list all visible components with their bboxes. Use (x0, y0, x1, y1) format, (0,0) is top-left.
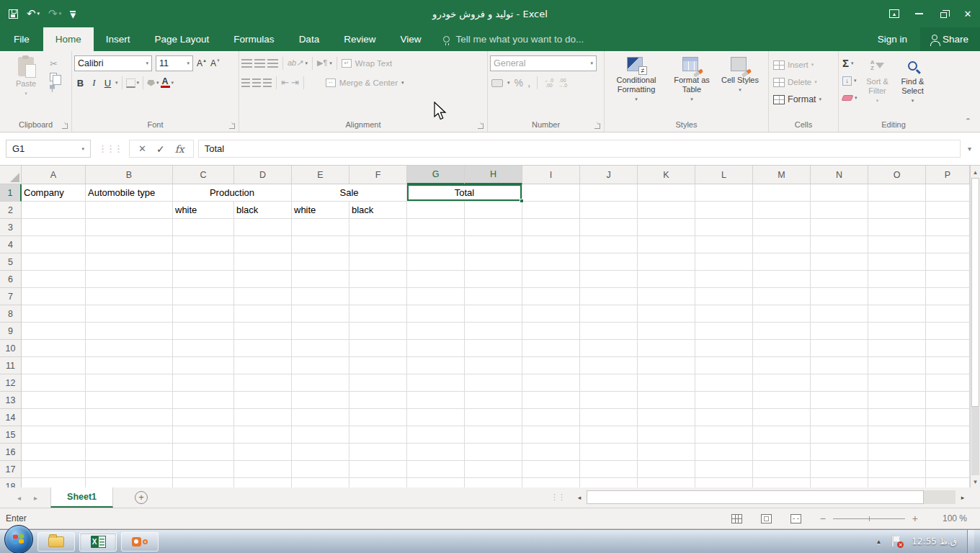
cell-H6[interactable] (465, 271, 522, 288)
tell-me-box[interactable]: Tell me what you want to do... (443, 27, 584, 51)
customize-qat-icon[interactable]: ▾ (70, 11, 76, 17)
cell-I1[interactable] (522, 184, 580, 202)
cell-O8[interactable] (868, 305, 926, 323)
cell-C15[interactable] (173, 426, 234, 444)
row-header-5[interactable]: 5 (0, 253, 22, 271)
cell-H12[interactable] (465, 374, 522, 392)
taskbar-recorder-button[interactable] (121, 532, 159, 552)
cell-C6[interactable] (173, 271, 234, 288)
cell-I14[interactable] (522, 409, 580, 426)
cell-N6[interactable] (811, 271, 868, 288)
cell-G3[interactable] (407, 219, 465, 236)
horizontal-scroll-thumb[interactable] (587, 490, 924, 504)
cell-I16[interactable] (522, 444, 580, 461)
row-header-18[interactable]: 18 (0, 478, 22, 487)
cell-G13[interactable] (407, 392, 465, 409)
cell-P13[interactable] (926, 392, 970, 409)
alignment-dialog-launcher[interactable] (478, 123, 484, 129)
cell-I6[interactable] (522, 271, 580, 288)
cancel-entry-icon[interactable]: ✕ (138, 143, 146, 154)
cell-C9[interactable] (173, 323, 234, 340)
column-header-L[interactable]: L (695, 166, 753, 184)
vertical-scroll-thumb[interactable] (971, 178, 979, 407)
tab-splitter-handle[interactable]: ⋮⋮ (551, 493, 565, 502)
cell-N14[interactable] (811, 409, 868, 426)
column-header-F[interactable]: F (349, 166, 407, 184)
cell-E17[interactable] (292, 461, 349, 478)
cell-L10[interactable] (695, 340, 753, 357)
cell-B9[interactable] (86, 323, 173, 340)
cell-K5[interactable] (638, 253, 695, 271)
cell-G9[interactable] (407, 323, 465, 340)
collapse-ribbon-icon[interactable]: ⌃ (965, 117, 971, 126)
cell-D8[interactable] (234, 305, 292, 323)
cell-E16[interactable] (292, 444, 349, 461)
cell-E14[interactable] (292, 409, 349, 426)
restore-icon[interactable] (931, 3, 956, 24)
cell-O15[interactable] (868, 426, 926, 444)
cell-F15[interactable] (349, 426, 407, 444)
cell-D6[interactable] (234, 271, 292, 288)
cell-N16[interactable] (811, 444, 868, 461)
cell-A1[interactable]: Company (22, 184, 86, 202)
cell-H5[interactable] (465, 253, 522, 271)
column-header-M[interactable]: M (753, 166, 811, 184)
cell-K10[interactable] (638, 340, 695, 357)
column-header-E[interactable]: E (292, 166, 349, 184)
cell-P1[interactable] (926, 184, 970, 202)
cell-O6[interactable] (868, 271, 926, 288)
cell-M9[interactable] (753, 323, 811, 340)
cell-D12[interactable] (234, 374, 292, 392)
cell-F7[interactable] (349, 288, 407, 305)
conditional-formatting-button[interactable]: ≠ Conditional Formatting ▾ (607, 53, 666, 120)
cell-O18[interactable] (868, 478, 926, 487)
cell-C7[interactable] (173, 288, 234, 305)
cell-F3[interactable] (349, 219, 407, 236)
cell-I5[interactable] (522, 253, 580, 271)
cell-O11[interactable] (868, 357, 926, 374)
cell-G16[interactable] (407, 444, 465, 461)
row-header-13[interactable]: 13 (0, 392, 22, 409)
cell-A6[interactable] (22, 271, 86, 288)
font-color-icon[interactable]: A (161, 78, 170, 89)
row-header-7[interactable]: 7 (0, 288, 22, 305)
cell-M16[interactable] (753, 444, 811, 461)
cell-M13[interactable] (753, 392, 811, 409)
cell-C18[interactable] (173, 478, 234, 487)
cell-A2[interactable] (22, 202, 86, 219)
cell-J6[interactable] (580, 271, 638, 288)
action-center-flag-icon[interactable]: ✕ (891, 536, 901, 547)
formula-input[interactable]: Total (198, 140, 961, 158)
row-header-4[interactable]: 4 (0, 236, 22, 253)
cell-K15[interactable] (638, 426, 695, 444)
cell-P7[interactable] (926, 288, 970, 305)
formula-bar-separator[interactable]: ⋮⋮⋮ (95, 143, 125, 154)
cell-H9[interactable] (465, 323, 522, 340)
cell-A3[interactable] (22, 219, 86, 236)
cell-N17[interactable] (811, 461, 868, 478)
cell-A15[interactable] (22, 426, 86, 444)
cell-G12[interactable] (407, 374, 465, 392)
cell-O7[interactable] (868, 288, 926, 305)
cell-J4[interactable] (580, 236, 638, 253)
cell-K16[interactable] (638, 444, 695, 461)
cell-B4[interactable] (86, 236, 173, 253)
cell-K2[interactable] (638, 202, 695, 219)
row-header-8[interactable]: 8 (0, 305, 22, 323)
cell-J18[interactable] (580, 478, 638, 487)
column-header-B[interactable]: B (86, 166, 173, 184)
close-icon[interactable]: ✕ (956, 3, 980, 24)
cell-F5[interactable] (349, 253, 407, 271)
cell-P11[interactable] (926, 357, 970, 374)
cell-I13[interactable] (522, 392, 580, 409)
cell-B5[interactable] (86, 253, 173, 271)
cell-L11[interactable] (695, 357, 753, 374)
cell-P3[interactable] (926, 219, 970, 236)
cell-P4[interactable] (926, 236, 970, 253)
cell-B8[interactable] (86, 305, 173, 323)
cell-P9[interactable] (926, 323, 970, 340)
cell-E2[interactable]: white (292, 202, 349, 219)
cell-A14[interactable] (22, 409, 86, 426)
font-dialog-launcher[interactable] (229, 123, 235, 129)
column-header-O[interactable]: O (868, 166, 926, 184)
